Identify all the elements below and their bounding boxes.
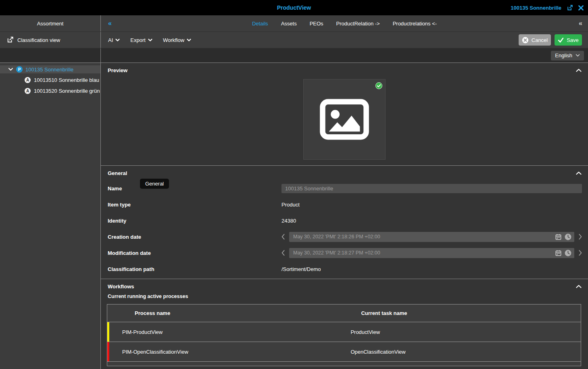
item-type-row: Item type Product	[101, 196, 588, 213]
classification-view-button[interactable]: Classification view	[0, 32, 101, 48]
collapse-section-icon[interactable]	[576, 69, 582, 72]
tab-productrelation-out[interactable]: ProductRelation ->	[336, 21, 380, 27]
tab-peos[interactable]: PEOs	[310, 21, 323, 27]
calendar-icon[interactable]	[555, 250, 561, 256]
workflow-menu-label: Workflow	[163, 37, 184, 43]
creation-date-input[interactable]: May 30, 2022 'PMt' 2:18:26 PM +02:00	[289, 232, 574, 242]
identity-row: Identity 24380	[101, 213, 588, 229]
date-prev-icon[interactable]	[281, 250, 285, 256]
language-selector[interactable]: English	[551, 51, 584, 60]
chevron-down-icon	[575, 54, 580, 57]
save-label: Save	[567, 37, 579, 43]
processes-table: Process name Current task name PIM-Produ…	[107, 304, 581, 366]
modification-date-input[interactable]: May 30, 2022 'PMt' 2:18:27 PM +02:00	[289, 248, 574, 258]
classification-path-label: Classification path	[108, 266, 281, 272]
toolbar-row: Classification view AI Export Workflow	[0, 32, 588, 48]
item-type-label: Item type	[108, 202, 281, 208]
identity-label: Identity	[108, 218, 281, 224]
article-badge: A	[25, 77, 31, 83]
check-icon	[558, 38, 564, 43]
calendar-icon[interactable]	[555, 234, 561, 240]
modification-date-row: Modification date May 30, 2022 'PMt' 2:1…	[101, 245, 588, 261]
tree-item-product[interactable]: P 100135 Sonnenbrille	[0, 65, 100, 73]
top-bar: ProductView 100135 Sonnenbrille	[0, 0, 588, 15]
chevron-down-icon[interactable]	[8, 68, 13, 71]
current-task-cell: ProductView	[337, 329, 581, 335]
modification-date-value: May 30, 2022 'PMt' 2:18:27 PM +02:00	[293, 250, 552, 256]
preview-title: Preview	[108, 67, 127, 73]
tree-item-article-gruen[interactable]: A 10013520 Sonnenbrille grün	[0, 87, 100, 95]
assortment-tree: P 100135 Sonnenbrille A 10013510 Sonnenb…	[0, 63, 101, 369]
creation-date-label: Creation date	[108, 234, 281, 240]
general-title: General	[108, 170, 127, 176]
process-row[interactable]: PIM-OpenClassificationView OpenClassific…	[107, 342, 581, 362]
sidebar-header-title: Assortment	[0, 21, 100, 27]
sidebar-header: Assortment	[0, 15, 101, 31]
current-task-cell: OpenClassificationView	[337, 349, 581, 355]
collapse-section-icon[interactable]	[576, 171, 582, 175]
save-button[interactable]: Save	[555, 34, 582, 46]
tab-bar: « Details Assets PEOs ProductRelation ->…	[101, 15, 588, 31]
collapse-section-icon[interactable]	[576, 285, 582, 288]
classification-view-label: Classification view	[17, 37, 60, 43]
product-view-app: ProductView 100135 Sonnenbrille Assortme…	[0, 0, 588, 369]
share-icon[interactable]	[566, 4, 573, 11]
tab-details[interactable]: Details	[252, 21, 268, 27]
classification-path-row: Classification path /Sortiment/Demo	[101, 261, 588, 277]
export-menu[interactable]: Export	[130, 37, 152, 43]
name-field-row: Name	[101, 180, 588, 196]
context-item-label: 100135 Sonnenbrille	[511, 5, 561, 11]
article-badge: A	[25, 88, 31, 94]
close-icon[interactable]	[578, 5, 584, 11]
preview-stage	[101, 79, 588, 165]
product-badge: P	[16, 66, 23, 73]
tabs-row: Assortment « Details Assets PEOs Product…	[0, 15, 588, 32]
tab-assets[interactable]: Assets	[281, 21, 297, 27]
name-input[interactable]	[281, 184, 582, 193]
general-section: General General Name Item type Product	[101, 166, 588, 277]
tree-item-label: 100135 Sonnenbrille	[25, 67, 73, 73]
process-status-stripe	[107, 342, 109, 361]
date-next-icon[interactable]	[579, 250, 582, 256]
tab-productrelations-in[interactable]: Productrelations <-	[393, 21, 437, 27]
cancel-button[interactable]: Cancel	[519, 34, 551, 46]
tree-item-article-blau[interactable]: A 10013510 Sonnenbrille blau	[0, 76, 100, 84]
process-name-column-header: Process name	[107, 310, 337, 316]
preview-section-header: Preview	[101, 63, 588, 77]
process-name-cell: PIM-OpenClassificationView	[107, 349, 337, 355]
process-row[interactable]: PIM-ProductView ProductView	[107, 322, 581, 342]
classification-path-value: /Sortiment/Demo	[281, 266, 588, 272]
preview-image-placeholder[interactable]	[303, 79, 386, 160]
creation-date-row: Creation date May 30, 2022 'PMt' 2:18:26…	[101, 229, 588, 245]
chevron-down-icon	[115, 39, 120, 42]
processes-table-footer	[107, 362, 581, 366]
workflows-section: Workflows Current running active process…	[101, 279, 588, 366]
date-prev-icon[interactable]	[281, 234, 285, 240]
approved-check-badge-icon	[375, 82, 382, 89]
tree-item-label: 10013520 Sonnenbrille grün	[34, 88, 100, 94]
clock-icon[interactable]	[565, 233, 571, 240]
ai-menu[interactable]: AI	[108, 37, 120, 43]
process-name-cell: PIM-ProductView	[107, 329, 337, 335]
active-processes-subtitle: Current running active processes	[101, 294, 588, 304]
toolbar: AI Export Workflow Cancel	[101, 32, 588, 48]
cancel-label: Cancel	[532, 37, 548, 43]
details-panel: Preview	[101, 63, 588, 369]
app-title: ProductView	[0, 4, 588, 11]
modification-date-label: Modification date	[108, 250, 281, 256]
export-menu-label: Export	[130, 37, 146, 43]
clock-icon[interactable]	[565, 250, 571, 256]
x-circle-icon	[522, 37, 529, 44]
open-view-icon	[6, 36, 14, 44]
general-tooltip: General	[140, 179, 169, 189]
chevron-down-icon	[187, 39, 191, 42]
language-selected-label: English	[555, 52, 572, 58]
item-type-value: Product	[281, 202, 588, 208]
date-next-icon[interactable]	[579, 234, 582, 240]
creation-date-value: May 30, 2022 'PMt' 2:18:26 PM +02:00	[293, 234, 552, 240]
collapse-right-panel-icon[interactable]: «	[579, 20, 582, 27]
workflows-title: Workflows	[108, 284, 134, 290]
collapse-left-panel-icon[interactable]: «	[108, 20, 112, 27]
workflow-menu[interactable]: Workflow	[163, 37, 191, 43]
tree-item-label: 10013510 Sonnenbrille blau	[34, 77, 99, 83]
